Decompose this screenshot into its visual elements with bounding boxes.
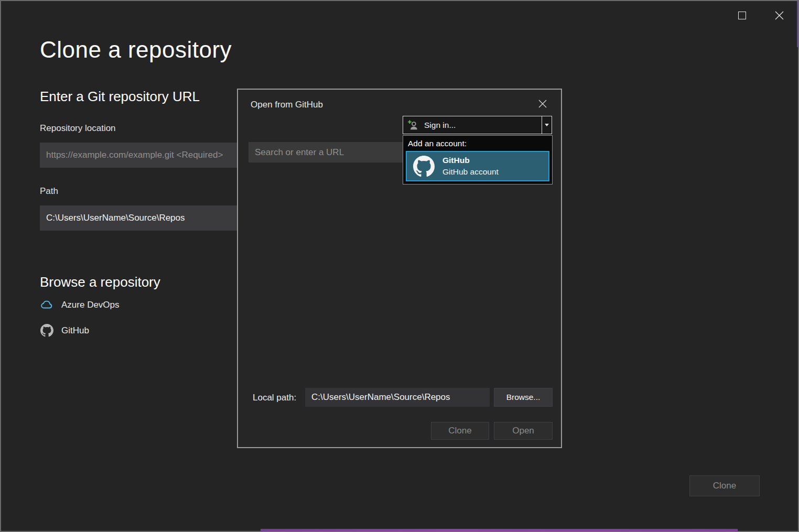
clone-repository-window: Clone a repository Enter a Git repositor… [0,0,799,532]
sign-in-label: Sign in... [424,121,456,130]
background-status-bar-strip [261,529,738,531]
dialog-title: Open from GitHub [251,100,323,110]
path-input[interactable] [40,205,240,231]
github-logo-icon [413,156,435,177]
sign-in-button[interactable]: Sign in... [403,116,542,134]
browse-item-github[interactable]: GitHub [40,324,89,337]
account-text: GitHub GitHub account [442,155,499,178]
github-icon [40,324,53,337]
window-close-button[interactable] [770,6,788,24]
open-from-github-dialog: Open from GitHub Sign in... [237,89,562,448]
local-path-input[interactable] [305,388,490,407]
browse-button[interactable]: Browse... [494,388,553,407]
browse-item-azure-devops[interactable]: Azure DevOps [40,300,120,310]
browse-item-label: GitHub [61,325,89,336]
browse-item-label: Azure DevOps [61,300,120,310]
dialog-open-button[interactable]: Open [494,422,553,440]
azure-devops-cloud-icon [40,300,53,310]
close-icon [538,100,547,108]
maximize-button[interactable] [733,6,751,24]
chevron-down-icon [545,124,549,126]
browse-section-heading: Browse a repository [40,274,160,290]
background-accent-line [797,1,798,47]
dialog-close-button[interactable] [536,97,549,111]
repository-location-input[interactable] [40,143,240,168]
sign-in-dropdown-button[interactable] [542,116,552,134]
url-section-heading: Enter a Git repository URL [40,89,200,105]
sign-in-split-button: Sign in... [403,116,552,134]
path-label: Path [40,186,58,197]
account-description: GitHub account [442,166,499,178]
clone-button[interactable]: Clone [689,475,760,496]
add-person-icon [407,120,419,131]
add-account-menu: Add an account: GitHub GitHub account [403,135,553,184]
account-menu-header: Add an account: [403,136,552,151]
account-menu-item-github[interactable]: GitHub GitHub account [406,151,549,181]
repository-location-label: Repository location [40,123,116,134]
page-title: Clone a repository [40,37,232,63]
maximize-icon [738,12,746,19]
local-path-label: Local path: [253,393,296,403]
dialog-clone-button[interactable]: Clone [431,422,489,440]
close-icon [775,11,784,20]
account-name: GitHub [442,155,499,166]
